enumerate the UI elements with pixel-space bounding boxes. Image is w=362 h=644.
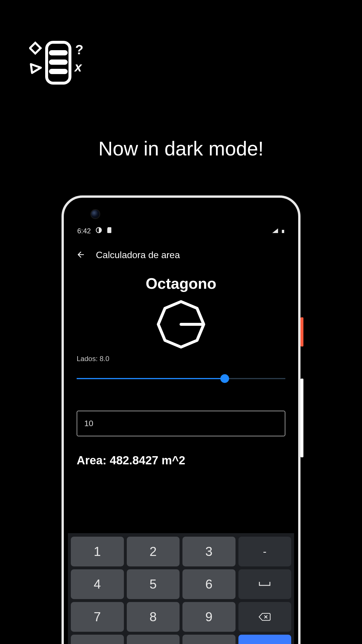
key-minus[interactable]: - — [238, 537, 291, 566]
svg-rect-4 — [30, 43, 41, 54]
app-title: Calculadora de area — [96, 250, 180, 260]
key-6[interactable]: 6 — [182, 569, 236, 599]
sd-card-icon — [107, 227, 112, 235]
app-bar: Calculadora de area — [68, 246, 294, 265]
svg-text:x: x — [74, 60, 82, 74]
shape-name: Octagono — [77, 275, 285, 292]
app-logo-icon: ? x — [29, 41, 85, 86]
headline-text: Now in dark mode! — [0, 137, 362, 160]
svg-rect-3 — [49, 69, 68, 74]
octagon-icon — [77, 298, 285, 351]
area-result: Area: 482.8427 m^2 — [77, 454, 285, 467]
key-period[interactable]: . — [182, 635, 236, 644]
svg-text:?: ? — [75, 42, 83, 57]
back-button[interactable] — [76, 250, 85, 260]
slider-thumb[interactable] — [220, 374, 229, 383]
status-time: 6:42 — [77, 227, 91, 235]
sides-slider[interactable] — [77, 373, 285, 384]
svg-rect-2 — [49, 60, 68, 65]
key-8[interactable]: 8 — [127, 602, 180, 632]
status-bar: 6:42 — [68, 227, 294, 235]
content-area: Octagono Lados: 8.0 10 Area: 482.8427 m^… — [68, 272, 294, 467]
signal-icon — [272, 227, 278, 235]
slider-fill — [77, 378, 225, 379]
key-7[interactable]: 7 — [71, 602, 124, 632]
phone-screen: 6:42 Calculadora de are — [68, 202, 294, 644]
key-4[interactable]: 4 — [71, 569, 124, 599]
phone-volume-button — [301, 379, 303, 457]
key-backspace[interactable] — [238, 602, 291, 632]
key-5[interactable]: 5 — [127, 569, 180, 599]
key-3[interactable]: 3 — [182, 537, 236, 566]
camera-cutout — [91, 210, 99, 218]
key-9[interactable]: 9 — [182, 602, 236, 632]
battery-icon — [281, 227, 285, 235]
svg-rect-1 — [49, 50, 68, 55]
phone-frame: 6:42 Calculadora de are — [61, 195, 301, 644]
key-comma[interactable]: , — [71, 635, 124, 644]
sides-label: Lados: 8.0 — [77, 355, 285, 363]
side-length-input[interactable]: 10 — [77, 411, 285, 436]
do-not-disturb-icon — [96, 227, 102, 235]
key-2[interactable]: 2 — [127, 537, 180, 566]
numeric-keyboard: 1 2 3 - 4 5 6 7 8 9 — [68, 533, 294, 644]
key-enter[interactable] — [238, 635, 291, 644]
phone-power-button — [301, 317, 303, 346]
key-space[interactable] — [238, 569, 291, 599]
key-1[interactable]: 1 — [71, 537, 124, 566]
key-0[interactable]: 0 — [127, 635, 180, 644]
